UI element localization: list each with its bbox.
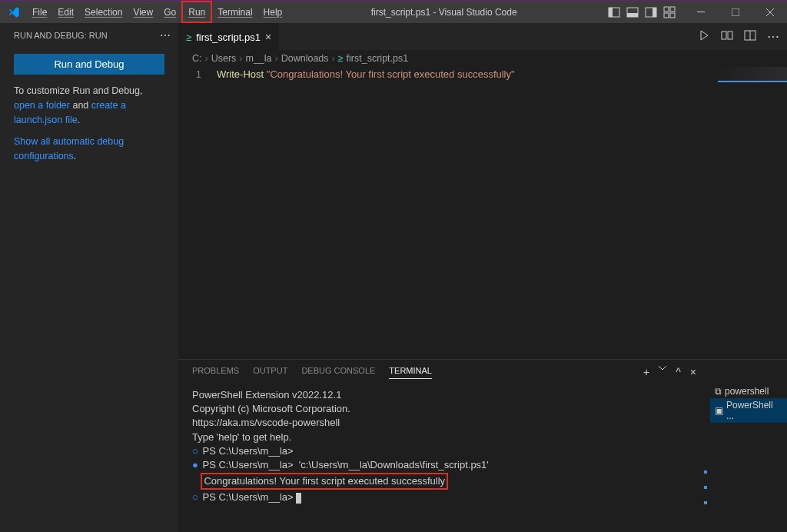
tab-close-icon[interactable]: ×: [265, 31, 271, 43]
terminal-icon: ▣: [715, 405, 723, 416]
editor-tabs: ≥ first_script.ps1 × ⋯: [178, 23, 787, 50]
open-folder-link[interactable]: open a folder: [14, 100, 70, 111]
code-line[interactable]: Write-Host "Congratulations! Your first …: [217, 68, 515, 359]
bottom-panel: PROBLEMS OUTPUT DEBUG CONSOLE TERMINAL +…: [178, 359, 787, 532]
menu-file[interactable]: File: [27, 1, 52, 23]
code-editor[interactable]: 1 Write-Host "Congratulations! Your firs…: [178, 67, 787, 359]
main-area: RUN AND DEBUG: RUN ⋯ Run and Debug To cu…: [0, 23, 787, 532]
svg-rect-1: [609, 8, 613, 17]
window-controls: [683, 1, 787, 24]
titlebar: File Edit Selection View Go Run Terminal…: [0, 0, 787, 23]
sidebar-customize-text: To customize Run and Debug, open a folde…: [0, 84, 178, 135]
new-terminal-icon[interactable]: +: [643, 366, 649, 379]
maximize-button[interactable]: [718, 1, 752, 24]
panel-tab-output[interactable]: OUTPUT: [253, 366, 287, 379]
editor-actions: ⋯: [690, 29, 787, 44]
editor-area: ≥ first_script.ps1 × ⋯ C:› Users› m__la›…: [178, 23, 787, 532]
menu-run[interactable]: Run: [181, 1, 212, 23]
vscode-logo-icon: [0, 6, 27, 18]
window-title: first_script.ps1 - Visual Studio Code: [287, 7, 600, 18]
menu-view[interactable]: View: [128, 1, 158, 23]
terminal-output-highlight: ● Congratulations! Your first script exe…: [192, 472, 696, 490]
layout-controls: [600, 6, 683, 18]
run-file-icon[interactable]: [698, 29, 710, 44]
editor-layout-icon[interactable]: [744, 29, 756, 44]
svg-rect-13: [728, 32, 732, 39]
split-editor-icon[interactable]: [721, 29, 733, 44]
terminal-entry-powershell[interactable]: ⧉ powershell: [710, 384, 787, 398]
svg-rect-6: [664, 7, 669, 12]
terminal-line: https://aka.ms/vscode-powershell: [192, 416, 696, 430]
show-configs-link[interactable]: Show all automatic debug configurations: [14, 136, 124, 161]
terminal-cursor: [296, 493, 301, 504]
terminal-icon: ⧉: [715, 386, 722, 397]
toggle-secondary-sidebar-icon[interactable]: [645, 6, 657, 18]
customize-layout-icon[interactable]: [663, 6, 676, 18]
terminal-scroll-markers: [704, 458, 707, 517]
close-button[interactable]: [752, 1, 787, 24]
toggle-panel-icon[interactable]: [626, 6, 639, 18]
svg-rect-5: [653, 8, 656, 17]
breadcrumb-segment[interactable]: Users: [211, 53, 237, 64]
close-panel-icon[interactable]: ×: [690, 366, 696, 379]
menu-go[interactable]: Go: [158, 1, 181, 23]
sidebar-header: RUN AND DEBUG: RUN ⋯: [0, 23, 178, 48]
sidebar-more-icon[interactable]: ⋯: [160, 29, 171, 42]
run-and-debug-button[interactable]: Run and Debug: [14, 54, 164, 75]
terminal-prompt: ○ PS C:\Users\m__la>: [192, 490, 696, 504]
sidebar-show-configs: Show all automatic debug configurations.: [0, 135, 178, 171]
svg-rect-8: [664, 13, 669, 18]
panel-tab-problems[interactable]: PROBLEMS: [192, 366, 239, 379]
tab-label: first_script.ps1: [196, 32, 261, 43]
sidebar-title: RUN AND DEBUG: RUN: [14, 31, 108, 40]
svg-rect-10: [697, 12, 705, 12]
svg-rect-9: [670, 13, 675, 18]
terminal-entry-powershell-ext[interactable]: ▣ PowerShell ...: [710, 398, 787, 423]
terminal-line: Copyright (c) Microsoft Corporation.: [192, 402, 696, 416]
svg-rect-7: [670, 7, 675, 12]
menu-terminal[interactable]: Terminal: [212, 1, 257, 23]
terminal-prompt: ○ PS C:\Users\m__la>: [192, 444, 696, 458]
editor-more-icon[interactable]: ⋯: [767, 29, 779, 44]
menu-help[interactable]: Help: [258, 1, 288, 23]
terminal-entry-label: powershell: [725, 386, 769, 397]
panel-tabs: PROBLEMS OUTPUT DEBUG CONSOLE TERMINAL +…: [178, 360, 710, 384]
svg-rect-3: [627, 13, 638, 17]
panel-tab-terminal[interactable]: TERMINAL: [389, 366, 432, 379]
breadcrumb-segment[interactable]: first_script.ps1: [347, 53, 409, 64]
run-debug-sidebar: RUN AND DEBUG: RUN ⋯ Run and Debug To cu…: [0, 23, 178, 532]
svg-rect-11: [732, 8, 739, 16]
breadcrumb-segment[interactable]: C:: [192, 53, 202, 64]
minimap[interactable]: [718, 67, 787, 82]
minimize-button[interactable]: [683, 1, 718, 24]
powershell-file-icon: ≥: [186, 32, 191, 43]
maximize-panel-icon[interactable]: ^: [676, 366, 681, 379]
toggle-primary-sidebar-icon[interactable]: [608, 6, 620, 18]
svg-rect-12: [722, 32, 726, 39]
tab-first-script[interactable]: ≥ first_script.ps1 ×: [178, 23, 279, 50]
line-number: 1: [178, 68, 217, 359]
terminal-dropdown-icon[interactable]: [659, 366, 666, 379]
terminal-line: PowerShell Extension v2022.12.1: [192, 388, 696, 402]
breadcrumb-segment[interactable]: Downloads: [281, 53, 329, 64]
menu-edit[interactable]: Edit: [52, 1, 79, 23]
menu-selection[interactable]: Selection: [79, 1, 128, 23]
terminal-command: ● PS C:\Users\m__la> 'c:\Users\m__la\Dow…: [192, 458, 696, 472]
terminal-list: ⧉ powershell ▣ PowerShell ...: [710, 360, 787, 532]
terminal[interactable]: PowerShell Extension v2022.12.1 Copyrigh…: [178, 384, 710, 532]
breadcrumbs[interactable]: C:› Users› m__la› Downloads› ≥ first_scr…: [178, 50, 787, 67]
terminal-line: Type 'help' to get help.: [192, 431, 696, 444]
breadcrumb-segment[interactable]: m__la: [246, 53, 272, 64]
terminal-entry-label: PowerShell ...: [726, 400, 782, 421]
main-menu: File Edit Selection View Go Run Terminal…: [27, 1, 287, 23]
panel-tab-debug-console[interactable]: DEBUG CONSOLE: [301, 366, 375, 379]
powershell-file-icon: ≥: [338, 53, 344, 64]
